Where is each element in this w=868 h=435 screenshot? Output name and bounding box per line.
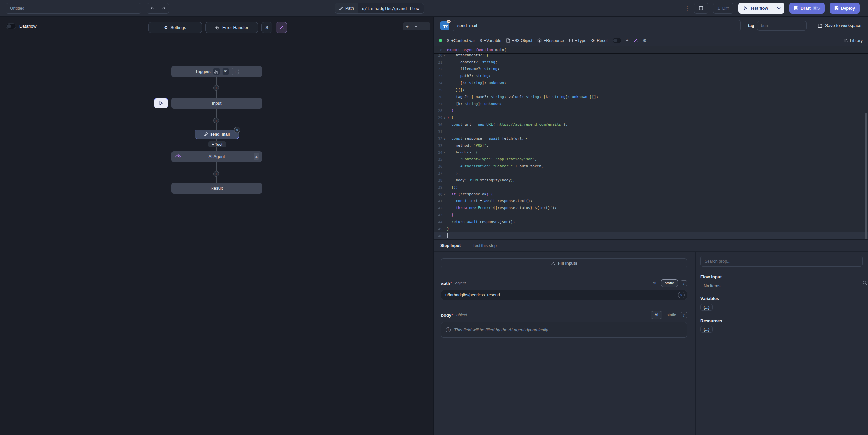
redo-button[interactable]	[158, 3, 169, 13]
editor-option-toggle[interactable]	[613, 38, 621, 43]
tab-test-this-step[interactable]: Test this step	[472, 240, 497, 251]
add-variable-button[interactable]: $ +Variable	[480, 38, 501, 43]
node-result[interactable]: Result	[172, 183, 262, 193]
code-editor[interactable]: 8export async function main( 20∨ attachm…	[434, 46, 868, 239]
save-to-workspace-button[interactable]: Save to workspace	[818, 23, 861, 28]
fold-chevron-icon[interactable]: ∨	[442, 192, 447, 196]
draft-button[interactable]: Draft ⌘S	[789, 3, 824, 13]
worker-group-button[interactable]: $	[261, 22, 272, 33]
trigger-routes-button[interactable]	[213, 68, 220, 75]
add-trigger-button[interactable]: +	[231, 68, 239, 75]
node-triggers[interactable]: Triggers ✉ +	[172, 66, 262, 77]
node-input[interactable]: Input	[172, 98, 262, 108]
code-line[interactable]: 33 method: "POST",	[434, 142, 868, 149]
auth-value-input[interactable]	[441, 290, 687, 300]
code-line[interactable]: 22 filename?: string;	[434, 65, 868, 72]
reset-code-button[interactable]: ⟳ Reset	[591, 38, 608, 43]
prop-search-input[interactable]	[700, 256, 863, 267]
code-line[interactable]: 31	[434, 128, 868, 135]
flow-summary-input[interactable]	[6, 3, 141, 13]
fold-chevron-icon[interactable]: ∨	[442, 116, 447, 119]
fold-chevron-icon[interactable]: ∨	[442, 137, 447, 140]
code-line[interactable]: 41 const text = await response.text();	[434, 197, 868, 205]
test-flow-dropdown-button[interactable]	[773, 3, 784, 13]
code-line[interactable]: 30 const url = new URL(`https://api.rese…	[434, 121, 868, 128]
editor-settings-icon[interactable]: ⚙	[643, 38, 647, 43]
code-line[interactable]: 21 content?: string;	[434, 59, 868, 65]
library-icon	[843, 38, 848, 43]
ai-assistant-button[interactable]	[633, 38, 638, 43]
code-line[interactable]: 38 body: JSON.stringify(body),	[434, 177, 868, 184]
error-handler-button[interactable]: Error Handler	[205, 22, 258, 33]
more-menu-icon[interactable]: ⋮	[684, 5, 689, 11]
code-line[interactable]: 44 return await response.json();	[434, 218, 868, 225]
diff-mode-icon[interactable]: ±	[626, 38, 628, 43]
code-line[interactable]: 46	[434, 232, 868, 239]
fill-inputs-button[interactable]: Fill inputs	[441, 258, 687, 268]
add-tool-button[interactable]: + Tool	[209, 141, 226, 147]
add-s3-object-button[interactable]: +S3 Object	[506, 38, 532, 43]
tab-step-input[interactable]: Step Input	[440, 240, 461, 251]
editor-scrollbar[interactable]	[865, 113, 867, 239]
add-resource-button[interactable]: +Resource	[537, 38, 564, 43]
flow-canvas[interactable]: Dataflow ⚙ Settings Error Handler $	[0, 17, 434, 435]
undo-button[interactable]	[147, 3, 158, 13]
panel-search-icon[interactable]	[862, 280, 867, 285]
insert-step-button-middle[interactable]: +	[213, 118, 219, 123]
docs-panel-button[interactable]	[694, 3, 708, 13]
body-mode-ai-button[interactable]: AI	[651, 311, 662, 319]
code-line[interactable]: 29∨) {	[434, 114, 868, 121]
code-line[interactable]: 20∨ attachments?: {	[434, 54, 868, 59]
node-tool-send-mail[interactable]: send_mail	[194, 130, 239, 139]
code-line[interactable]: 42 throw new Error(`${response.status} $…	[434, 205, 868, 211]
code-sticky-line[interactable]: 8export async function main(	[434, 46, 868, 54]
deploy-button[interactable]: Deploy	[830, 3, 860, 13]
variables-object-chip[interactable]: {...}	[700, 304, 713, 311]
code-line[interactable]: 23 path?: string;	[434, 72, 868, 80]
code-line[interactable]: 39 });	[434, 184, 868, 190]
auth-mode-static-button[interactable]: static	[661, 279, 678, 287]
insert-step-button-bottom[interactable]: +	[213, 171, 219, 177]
add-context-var-button[interactable]: $ +Context var	[447, 38, 475, 43]
code-line[interactable]: 36 Authorization: "Bearer " + auth.token…	[434, 163, 868, 170]
code-line[interactable]: 8export async function main(	[434, 46, 868, 53]
function-square-icon[interactable]: ƒ	[681, 280, 687, 286]
code-line[interactable]: 27 [k: string]: unknown;	[434, 100, 868, 107]
run-flow-button[interactable]	[154, 98, 168, 108]
flow-settings-button[interactable]: ⚙ Settings	[148, 22, 202, 33]
add-type-button[interactable]: +Type	[569, 38, 586, 43]
code-line[interactable]: 32∨ const response = await fetch(url, {	[434, 135, 868, 142]
code-line[interactable]: 34∨ headers: {	[434, 149, 868, 156]
test-flow-button[interactable]: Test flow	[738, 3, 773, 13]
library-button[interactable]: Library	[843, 38, 863, 43]
code-line[interactable]: 43 }	[434, 211, 868, 218]
code-line[interactable]: 28 }	[434, 107, 868, 114]
code-line[interactable]: 37 },	[434, 170, 868, 177]
code-line[interactable]: 35 "Content-Type": "application/json",	[434, 156, 868, 163]
diff-button[interactable]: ± Diff	[713, 3, 733, 13]
insert-step-button-top[interactable]: +	[213, 85, 219, 91]
clear-auth-button[interactable]: ×	[678, 292, 685, 299]
remove-tool-button[interactable]: ×	[234, 127, 240, 133]
trigger-email-button[interactable]: ✉	[222, 68, 229, 75]
resources-object-chip[interactable]: {...}	[700, 326, 713, 333]
fit-view-button[interactable]	[424, 25, 427, 28]
dataflow-toggle[interactable]	[6, 24, 16, 29]
function-square-icon[interactable]: ƒ	[681, 312, 687, 318]
code-line[interactable]: 45}	[434, 225, 868, 232]
code-line[interactable]: 25 }[];	[434, 86, 868, 93]
path-chip[interactable]: Path u/farhadglbs/grand_flow	[335, 3, 424, 13]
fold-chevron-icon[interactable]: ∨	[442, 54, 447, 57]
ai-builder-button[interactable]	[276, 22, 287, 33]
node-ai-agent[interactable]: AI Agent a	[172, 151, 262, 162]
code-line[interactable]: 26 tags?: { name?: string; value?: strin…	[434, 93, 868, 100]
body-mode-static-button[interactable]: static	[665, 311, 678, 318]
tag-input[interactable]	[757, 21, 807, 31]
auth-mode-ai-button[interactable]: AI	[651, 280, 658, 287]
code-line[interactable]: 40∨ if (!response.ok) {	[434, 190, 868, 197]
code-line[interactable]: 24 [k: string]: unknown;	[434, 80, 868, 86]
zoom-in-button[interactable]: +	[406, 25, 409, 29]
fold-chevron-icon[interactable]: ∨	[442, 151, 447, 154]
zoom-out-button[interactable]: −	[415, 25, 417, 29]
step-name-input[interactable]	[453, 20, 741, 31]
